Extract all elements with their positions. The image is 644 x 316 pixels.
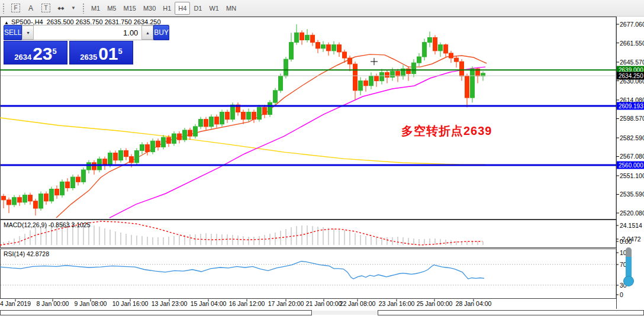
text-tool-icon: T [41, 4, 50, 12]
time-axis-label: 13 Jan 23:00 [152, 300, 188, 307]
chart-region: ▲SP500-,H4 2635.500 2635.750 2631.750 26… [0, 17, 644, 316]
macd-label: MACD(12,26,9) -0.8563 3.1025 [4, 221, 91, 228]
price-tag: 2560.000 [617, 161, 644, 169]
price-axis-label: 2677.060 [620, 21, 644, 28]
timeframe-m30-button[interactable]: M30 [140, 2, 159, 15]
time-axis-label: 9 Jan 08:00 [75, 300, 107, 307]
price-axis-label: 2661.550 [620, 40, 644, 47]
timeframe-group: M1M5M15M30H1H4D1W1MN [88, 2, 240, 15]
time-axis-label: 10 Jan 16:00 [112, 300, 149, 307]
price-axis-label: 2535.590 [620, 191, 644, 198]
timeframe-h4-button[interactable]: H4 [175, 2, 190, 15]
buy-price-sup: 5 [118, 43, 123, 60]
indicator-axis-label: 0.00 [620, 238, 632, 245]
time-axis-label: 28 Jan 04:00 [456, 300, 492, 307]
sell-price-sup: 5 [53, 43, 57, 60]
one-click-trading-panel: SELL ▼ ▲ BUY 2634 23 5 2635 01 5 [4, 25, 133, 65]
thermometer-bulb [623, 276, 634, 286]
drawing-tools-group: FAT◆◆ [8, 2, 68, 15]
label-tool-button[interactable]: A [24, 2, 38, 15]
crosshair-frame-tool-button[interactable]: F [8, 2, 24, 15]
horizontal-scrollbar-left[interactable] [0, 310, 312, 315]
text-tool-button[interactable]: T [38, 2, 54, 15]
time-axis-label: 16 Jan 12:00 [229, 300, 265, 307]
time-axis-label: 15 Jan 04:00 [191, 300, 227, 307]
timeframe-mn-button[interactable]: MN [223, 2, 240, 15]
sell-button[interactable]: SELL [4, 25, 22, 40]
buy-price-prefix: 2635 [80, 53, 97, 62]
buy-quote-box[interactable]: 2635 01 5 [69, 41, 133, 65]
price-axis-label: 2567.080 [620, 153, 644, 160]
arrows-dropdown-button[interactable]: ▼ [68, 2, 78, 15]
toolbar-grip[interactable] [2, 3, 5, 14]
volume-input[interactable] [34, 25, 141, 40]
thermometer-stem [626, 247, 632, 279]
timeframe-m15-button[interactable]: M15 [120, 2, 139, 15]
chevron-down-icon: ▼ [71, 5, 76, 11]
time-axis-label: 4 Jan 2019 [0, 300, 31, 307]
crosshair-frame-tool-icon: F [11, 4, 20, 12]
sell-price-big: 23 [33, 46, 52, 62]
toolbar: FAT◆◆ ▼ M1M5M15M30H1H4D1W1MN [0, 0, 644, 17]
timeframe-w1-button[interactable]: W1 [205, 2, 223, 15]
volume-increase-button[interactable]: ▲ [141, 25, 153, 40]
sell-price-prefix: 2634 [14, 53, 31, 62]
price-axis-label: 2582.590 [620, 134, 644, 141]
arrows-tool-icon: ◆◆ [58, 6, 65, 11]
price-tag: 2609.193 [617, 102, 644, 109]
timeframe-m5-button[interactable]: M5 [104, 2, 120, 15]
rsi-label: RSI(14) 42.8728 [4, 250, 49, 257]
trading-terminal-window: FAT◆◆ ▼ M1M5M15M30H1H4D1W1MN ▲SP500-,H4 … [0, 0, 644, 316]
time-axis-label: 21 Jan 00:00 [306, 300, 342, 307]
indicator-axis-label: 0 [620, 291, 623, 298]
buy-price-big: 01 [98, 46, 118, 62]
sell-quote-box[interactable]: 2634 23 5 [4, 41, 67, 65]
price-axis-label: 2520.080 [620, 209, 644, 217]
price-tag: 2634.250 [617, 72, 644, 79]
timeframe-d1-button[interactable]: D1 [190, 2, 205, 15]
chart-annotation-text: 多空转折点2639 [401, 123, 492, 139]
price-axis-label: 2598.570 [620, 115, 644, 122]
buy-button[interactable]: BUY [153, 25, 169, 40]
arrows-tool-button[interactable]: ◆◆ [54, 2, 68, 15]
label-tool-icon: A [28, 4, 33, 12]
time-axis-label: 17 Jan 20:00 [268, 300, 304, 307]
time-axis-label: 23 Jan 16:00 [379, 300, 415, 307]
timeframe-m1-button[interactable]: M1 [88, 2, 104, 15]
volume-decrease-button[interactable]: ▼ [22, 25, 34, 40]
horizontal-scrollbar-right[interactable] [378, 310, 644, 315]
time-axis-label: 8 Jan 00:00 [37, 300, 69, 307]
price-axis-label: 2645.570 [620, 59, 644, 66]
thermometer-icon [622, 247, 636, 289]
timeframe-h1-button[interactable]: H1 [159, 2, 175, 15]
indicator-axis-label: 24.1514 [620, 222, 642, 229]
time-axis-label: 25 Jan 00:00 [417, 300, 453, 307]
price-axis-label: 2551.100 [620, 172, 644, 179]
horizontal-scrollbar-thumb[interactable] [313, 311, 378, 315]
time-axis-label: 22 Jan 08:00 [340, 300, 376, 307]
toolbar-grip-2[interactable] [82, 3, 85, 14]
